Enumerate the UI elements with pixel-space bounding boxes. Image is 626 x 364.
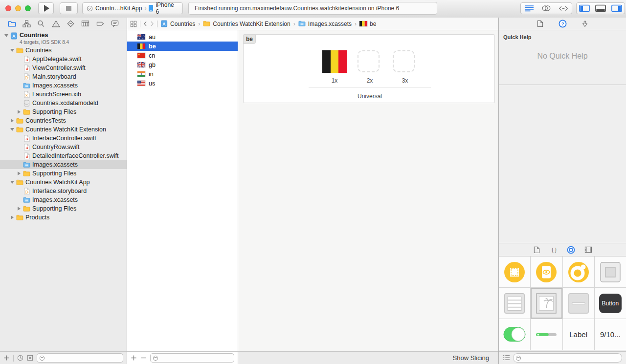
library-view-toggle-icon[interactable] [503,355,510,361]
tree-row[interactable]: LaunchScreen.xib [0,90,127,99]
asset-row-au[interactable]: au [127,32,238,42]
asset-row-gb[interactable]: gb [127,60,238,69]
search-navigator-icon[interactable] [36,19,46,29]
breadcrumb-item[interactable]: Countries WatchKit Extension [203,21,290,27]
breadcrumb-item[interactable]: be [359,21,376,27]
label-object[interactable]: Label [563,319,594,350]
issue-navigator-icon[interactable] [51,19,61,29]
tree-row[interactable]: AppDelegate.swift [0,55,127,64]
editor-mode-version-editor[interactable] [555,3,572,14]
tree-row[interactable]: Images.xcassets [0,160,127,169]
code-snippet-library-icon[interactable]: { } [549,245,559,255]
scheme-selector[interactable]: Countri…hKit App › iPhone 6 [82,2,183,14]
file-inspector-icon[interactable] [535,19,545,29]
tree-row[interactable]: Images.xcassets [0,81,127,90]
window-zoom-button[interactable] [25,5,31,11]
navigator-filter-field[interactable] [37,353,123,363]
view-toggle-debug-area[interactable] [593,3,609,14]
tree-row[interactable]: Products [0,213,127,222]
related-items-icon[interactable] [130,21,137,27]
switch-object[interactable] [499,319,530,350]
editor-mode-standard-editor[interactable] [521,3,538,14]
tree-row[interactable]: Images.xcassets [0,195,127,204]
remove-asset-icon[interactable] [140,355,147,361]
date-object[interactable]: 9/10... [595,319,626,350]
asset-row-be[interactable]: be [127,42,238,51]
disclosure-triangle[interactable] [16,207,22,211]
show-slicing-button[interactable]: Show Slicing [450,354,492,362]
tree-row[interactable]: DetailedInterfaceController.swift [0,151,127,160]
tree-row[interactable]: CountriesTests [0,116,127,125]
recent-files-filter-icon[interactable] [17,355,23,361]
breadcrumb-item[interactable]: Images.xcassets [298,21,352,27]
asset-row-cn[interactable]: cn [127,51,238,60]
disclosure-triangle[interactable] [9,119,16,123]
view-toggle-navigator-panel[interactable] [577,3,593,14]
tree-row[interactable]: Supporting Files [0,169,127,178]
object-library-icon[interactable] [566,245,576,255]
project-row[interactable]: Countries4 targets, iOS SDK 8.4 [0,31,127,46]
window-minimize-button[interactable] [15,5,21,11]
forward-button[interactable] [150,21,154,26]
attributes-inspector-icon[interactable] [580,19,590,29]
asset-filter-field[interactable] [150,353,234,363]
asset-row-us[interactable]: us [127,79,238,88]
tree-row[interactable]: ViewController.swift [0,64,127,72]
back-button[interactable] [143,21,147,26]
disclosure-triangle[interactable] [9,215,16,219]
disclosure-triangle[interactable] [9,181,16,184]
breakpoint-navigator-icon[interactable] [95,19,105,29]
tree-row[interactable]: Countries WatchKit Extension [0,125,127,134]
test-navigator-icon[interactable] [66,19,76,29]
disclosure-triangle[interactable] [16,110,22,114]
container-object[interactable] [595,257,626,287]
library-filter-input[interactable] [523,355,620,362]
table-object[interactable] [499,288,530,319]
view-toggle-utilities-panel[interactable] [608,3,625,14]
tree-row[interactable]: Supporting Files [0,107,127,116]
breadcrumb-item[interactable]: Countries [160,20,195,27]
separator-object[interactable] [563,288,594,319]
tree-row[interactable]: CountryRow.swift [0,143,127,151]
tree-row[interactable]: Countries.xcdatamodeld [0,99,127,107]
window-close-button[interactable] [5,5,11,11]
report-navigator-icon[interactable] [110,19,120,29]
project-navigator-icon[interactable] [7,19,17,29]
unsaved-files-filter-icon[interactable] [27,355,33,361]
image-slot-3x-empty[interactable] [393,50,415,72]
asset-filter-input[interactable] [160,355,232,362]
tree-row[interactable]: Main.storyboard [0,72,127,81]
disclosure-triangle[interactable] [16,171,22,175]
disclosure-triangle[interactable] [9,49,16,52]
image-object[interactable] [531,288,562,319]
quick-help-inspector-icon[interactable]: ? [558,19,567,29]
group-object[interactable] [499,257,530,287]
library-filter-field[interactable] [513,353,622,363]
run-button[interactable] [38,2,54,14]
tree-row[interactable]: Supporting Files [0,204,127,213]
jump-bar: Countries›Countries WatchKit Extension›I… [127,18,504,30]
disclosure-triangle[interactable] [9,128,16,131]
interface-controller-object[interactable] [531,257,562,287]
media-library-icon[interactable] [583,245,593,255]
notification-controller-object[interactable] [563,257,594,287]
button-object[interactable]: Button [595,288,626,319]
debug-navigator-icon[interactable] [81,19,90,29]
symbol-navigator-icon[interactable] [22,19,31,29]
editor-mode-assistant-editor[interactable] [538,3,555,14]
stop-button[interactable] [60,2,78,14]
editor-mode-segmented-control [520,2,572,14]
tree-row[interactable]: InterfaceController.swift [0,134,127,143]
navigator-filter-input[interactable] [46,355,121,362]
image-slot-2x-empty[interactable] [358,50,380,72]
disclosure-triangle[interactable] [3,34,10,37]
add-asset-icon[interactable] [131,355,137,361]
tree-row[interactable]: Countries [0,46,127,55]
slider-object[interactable] [531,319,562,350]
add-file-icon[interactable] [3,355,10,361]
asset-row-in[interactable]: in [127,69,238,79]
tree-row[interactable]: Interface.storyboard [0,187,127,195]
file-template-library-icon[interactable] [532,245,542,255]
image-slot-1x-filled[interactable] [322,50,347,73]
tree-row[interactable]: Countries WatchKit App [0,178,127,187]
